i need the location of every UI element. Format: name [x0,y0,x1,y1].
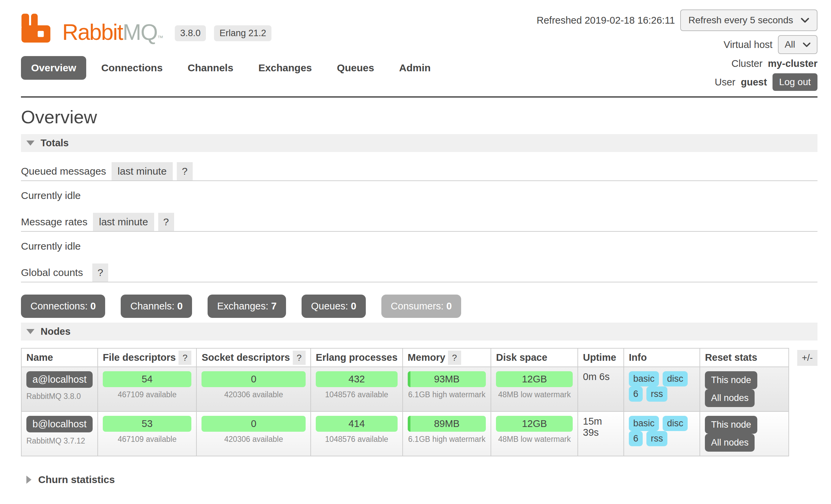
refresh-interval-select[interactable]: Refresh every 5 seconds [680,9,817,31]
tab-admin[interactable]: Admin [389,56,441,80]
col-info: Info [624,348,700,367]
node-name-badge[interactable]: b@localhost [26,416,93,432]
tab-channels[interactable]: Channels [177,56,243,80]
global-counts-help-icon[interactable]: ? [92,263,108,282]
brand-tm: ™ [157,34,163,41]
logo[interactable]: RabbitMQ™ 3.8.0 Erlang 21.2 [21,7,441,45]
message-rates-subhead: Message rates last minute ? [21,213,817,232]
info-badge-rss: rss [646,386,667,402]
nav-tabs: Overview Connections Channels Exchanges … [21,56,441,80]
cluster-name: my-cluster [768,58,817,69]
disk-space-watermark: 48MB low watermark [496,435,573,444]
tab-queues[interactable]: Queues [327,56,384,80]
message-rates-range-tab[interactable]: last minute [93,213,154,231]
churn-statistics-title: Churn statistics [38,474,115,485]
connections-count-button[interactable]: Connections: 0 [21,295,105,318]
col-file-descriptors: File descriptors? [98,348,196,367]
reset-this-node-button[interactable]: This node [705,371,757,389]
totals-section-header[interactable]: Totals [21,134,817,152]
queued-messages-help-icon[interactable]: ? [177,162,193,180]
socket-descriptors-available: 420306 available [201,435,306,444]
node-name-cell: b@localhost RabbitMQ 3.7.12 [21,411,98,456]
message-rates-help-icon[interactable]: ? [158,213,174,231]
virtual-host-select[interactable]: All [778,35,817,54]
nav-divider [21,96,817,98]
reset-stats-cell: This nodeAll nodes [700,411,789,456]
erlang-processes-bar: 414 [316,416,398,432]
file-descriptors-available: 467109 available [103,390,191,399]
channels-count-button[interactable]: Channels: 0 [121,295,192,318]
info-badge-stats-level: 6 [629,386,643,402]
message-rates-status: Currently idle [21,241,817,252]
memory-cell: 93MB 6.1GB high watermark [403,367,491,411]
info-badge-basic: basic [629,371,659,386]
memory-cell: 89MB 6.1GB high watermark [403,411,491,456]
col-uptime: Uptime [578,348,624,367]
header-controls: Refreshed 2019-02-18 16:26:11 Refresh ev… [537,7,817,91]
info-badge-disc: disc [663,416,688,431]
exchanges-count-button[interactable]: Exchanges: 7 [208,295,286,318]
reset-this-node-button[interactable]: This node [705,416,757,434]
memory-bar: 93MB [408,371,486,387]
header-left: RabbitMQ™ 3.8.0 Erlang 21.2 Overview Con… [21,7,441,80]
info-cell: basicdisc6rss [624,411,700,456]
nodes-table-wrap: Name File descriptors? Socket descriptor… [21,348,817,456]
nodes-section-header[interactable]: Nodes [21,323,817,341]
cluster-label: Cluster [731,58,762,69]
erlang-processes-cell: 432 1048576 available [311,367,403,411]
socket-descriptors-cell: 0 420306 available [196,411,311,456]
tab-exchanges[interactable]: Exchanges [248,56,322,80]
page-title: Overview [21,106,817,127]
disk-space-watermark: 48MB low watermark [496,390,573,399]
disk-space-cell: 12GB 48MB low watermark [491,411,578,456]
col-reset-stats: Reset stats [700,348,789,367]
erlang-processes-available: 1048576 available [316,435,398,444]
file-descriptors-cell: 53 467109 available [98,411,196,456]
col-memory: Memory? [403,348,491,367]
brand-wordmark: RabbitMQ™ [62,21,163,45]
reset-all-nodes-button[interactable]: All nodes [705,389,755,407]
memory-help-icon[interactable]: ? [448,351,461,365]
col-socket-descriptors: Socket descriptors? [196,348,311,367]
node-name-badge[interactable]: a@localhost [26,371,93,388]
file-descriptors-help-icon[interactable]: ? [179,351,191,365]
header: RabbitMQ™ 3.8.0 Erlang 21.2 Overview Con… [21,7,817,91]
column-toggle-button[interactable]: +/- [797,350,817,366]
file-descriptors-available: 467109 available [103,435,191,444]
queued-messages-range-tab[interactable]: last minute [112,162,173,180]
uptime-cell: 15m 39s [578,411,624,456]
tab-connections[interactable]: Connections [91,56,173,80]
info-badge-basic: basic [629,416,659,431]
tab-overview[interactable]: Overview [21,56,86,80]
nodes-table: Name File descriptors? Socket descriptor… [21,348,789,456]
node-version: RabbitMQ 3.7.12 [26,436,93,446]
disk-space-bar: 12GB [496,371,573,387]
file-descriptors-cell: 54 467109 available [98,367,196,411]
info-cell: basicdisc6rss [624,367,700,411]
socket-descriptors-help-icon[interactable]: ? [293,351,306,365]
logout-button[interactable]: Log out [773,73,817,91]
expand-triangle-icon [26,476,31,484]
chevron-down-icon [801,18,809,23]
totals-section-title: Totals [41,137,69,149]
queues-count-button[interactable]: Queues: 0 [302,295,366,318]
page: RabbitMQ™ 3.8.0 Erlang 21.2 Overview Con… [0,0,831,504]
virtual-host-label: Virtual host [723,39,773,50]
reset-all-nodes-button[interactable]: All nodes [705,434,755,452]
churn-statistics-section-header[interactable]: Churn statistics [21,474,817,485]
message-rates-label: Message rates [21,216,88,231]
version-badge: 3.8.0 [175,25,206,41]
disk-space-cell: 12GB 48MB low watermark [491,367,578,411]
user-name: guest [741,77,767,88]
col-name: Name [21,348,98,367]
refresh-row: Refreshed 2019-02-18 16:26:11 Refresh ev… [537,9,817,31]
nodes-section-title: Nodes [41,326,71,337]
memory-watermark: 6.1GB high watermark [408,435,486,444]
socket-descriptors-available: 420306 available [201,390,306,399]
refreshed-timestamp: Refreshed 2019-02-18 16:26:11 [537,15,675,26]
disk-space-bar: 12GB [496,416,573,432]
queued-messages-subhead: Queued messages last minute ? [21,162,817,181]
header-badges: 3.8.0 Erlang 21.2 [175,25,271,45]
file-descriptors-bar: 54 [103,371,191,387]
table-row: a@localhost RabbitMQ 3.8.0 54 467109 ava… [21,367,789,411]
